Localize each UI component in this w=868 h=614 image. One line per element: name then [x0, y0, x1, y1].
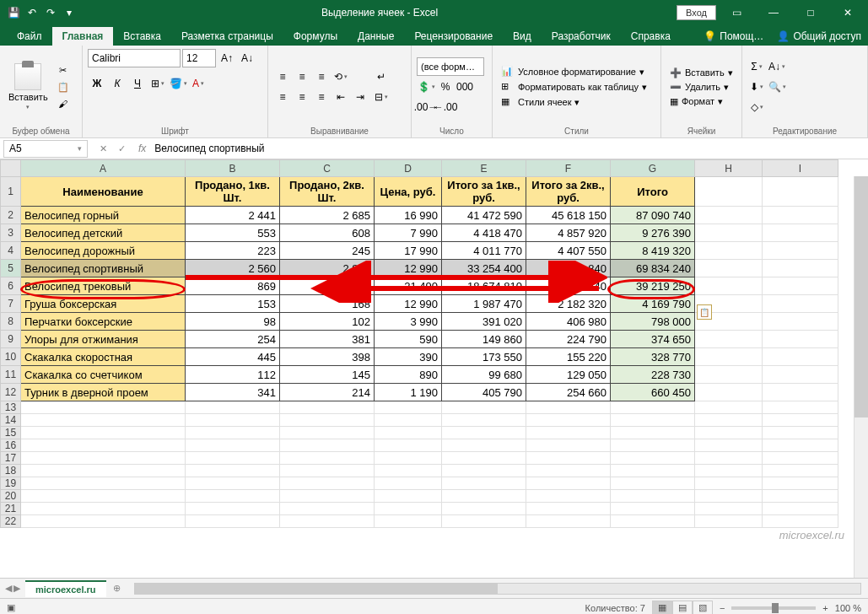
increase-font-icon[interactable]: A↑	[218, 49, 236, 67]
table-cell[interactable]: 608	[280, 224, 375, 242]
empty-cell[interactable]	[526, 427, 611, 439]
empty-cell[interactable]	[695, 414, 763, 427]
align-top-icon[interactable]: ≡	[273, 67, 292, 86]
conditional-format-button[interactable]: 📊Условное форматирование ▾	[498, 65, 650, 78]
table-cell[interactable]: 69 834 240	[611, 260, 695, 277]
select-all-corner[interactable]	[1, 160, 21, 177]
table-cell[interactable]: 18 674 810	[442, 277, 526, 295]
table-cell[interactable]: 590	[375, 331, 442, 348]
empty-cell[interactable]	[611, 439, 695, 452]
indent-decrease-icon[interactable]: ⇤	[332, 88, 350, 106]
table-cell[interactable]: 224 790	[526, 331, 611, 348]
row-header-3[interactable]: 3	[1, 224, 21, 242]
table-header[interactable]: Продано, 2кв. Шт.	[280, 177, 375, 207]
horizontal-scrollbar[interactable]	[134, 583, 861, 595]
table-cell[interactable]: 12 990	[375, 260, 442, 277]
format-painter-icon[interactable]: 🖌	[56, 97, 71, 110]
empty-cell[interactable]	[186, 477, 280, 490]
percent-icon[interactable]: %	[436, 78, 455, 96]
table-cell[interactable]: 390	[375, 348, 442, 366]
col-header-A[interactable]: A	[21, 160, 186, 177]
row-header-18[interactable]: 18	[1, 465, 21, 477]
empty-cell[interactable]	[21, 490, 186, 503]
clear-icon[interactable]: ◇	[747, 98, 766, 116]
table-cell[interactable]: 223	[186, 242, 280, 260]
table-cell[interactable]: 228 730	[611, 366, 695, 384]
find-select-icon[interactable]: 🔍	[768, 78, 786, 96]
empty-cell[interactable]	[526, 515, 611, 528]
row-header-1[interactable]: 1	[1, 177, 21, 207]
zoom-level[interactable]: 100 %	[835, 603, 861, 613]
table-cell[interactable]: 145	[280, 366, 375, 384]
underline-button[interactable]: Ч	[128, 74, 147, 93]
empty-cell[interactable]	[763, 439, 838, 452]
table-cell[interactable]: 20 544 440	[526, 277, 611, 295]
empty-cell[interactable]	[375, 490, 442, 503]
empty-cell[interactable]	[375, 452, 442, 465]
empty-cell[interactable]	[695, 401, 763, 414]
empty-cell[interactable]	[442, 465, 526, 477]
table-cell[interactable]: 2 182 320	[526, 295, 611, 313]
merge-center-icon[interactable]: ⊟	[372, 88, 391, 106]
font-size-select[interactable]	[182, 49, 216, 67]
empty-cell[interactable]	[442, 477, 526, 490]
table-cell[interactable]: 245	[280, 242, 375, 260]
orientation-icon[interactable]: ⟲	[332, 67, 350, 86]
sheet-nav-prev-icon[interactable]: ◀	[5, 583, 12, 594]
row-header-4[interactable]: 4	[1, 242, 21, 260]
vertical-scrollbar[interactable]	[854, 176, 868, 578]
align-right-icon[interactable]: ≡	[312, 88, 331, 106]
empty-cell[interactable]	[186, 439, 280, 452]
empty-cell[interactable]	[280, 477, 375, 490]
table-cell[interactable]: 391 020	[442, 313, 526, 331]
table-cell[interactable]: 173 550	[442, 348, 526, 366]
maximize-icon[interactable]: □	[794, 0, 828, 24]
paste-button[interactable]: Вставить ▾	[5, 60, 51, 114]
empty-cell[interactable]	[375, 515, 442, 528]
row-header-11[interactable]: 11	[1, 366, 21, 384]
table-cell[interactable]: 9 276 390	[611, 224, 695, 242]
sheet-nav-next-icon[interactable]: ▶	[13, 583, 20, 594]
empty-cell[interactable]	[611, 465, 695, 477]
row-header-22[interactable]: 22	[1, 515, 21, 528]
tell-me[interactable]: 💡 Помощ…	[697, 27, 770, 46]
table-cell[interactable]: 12 990	[375, 295, 442, 313]
autosum-icon[interactable]: Σ	[747, 57, 766, 76]
empty-cell[interactable]	[280, 452, 375, 465]
table-cell-name[interactable]: Скакалка со счетчиком	[21, 366, 186, 384]
row-header-6[interactable]: 6	[1, 277, 21, 295]
row-header-17[interactable]: 17	[1, 452, 21, 465]
empty-cell[interactable]	[442, 490, 526, 503]
table-cell[interactable]: 3 990	[375, 313, 442, 331]
page-layout-view-icon[interactable]: ▤	[672, 601, 693, 615]
tab-рецензирование[interactable]: Рецензирование	[404, 27, 503, 46]
empty-cell[interactable]	[21, 477, 186, 490]
empty-cell[interactable]	[442, 515, 526, 528]
empty-cell[interactable]	[186, 414, 280, 427]
share-button[interactable]: 👤 Общий доступ	[770, 27, 868, 46]
currency-icon[interactable]: 💲	[417, 78, 435, 96]
table-cell[interactable]: 254 660	[526, 384, 611, 401]
empty-cell[interactable]	[442, 401, 526, 414]
worksheet-grid[interactable]: ABCDEFGHI1НаименованиеПродано, 1кв. Шт.П…	[0, 159, 868, 578]
table-cell[interactable]: 956	[280, 277, 375, 295]
table-header[interactable]: Цена, руб.	[375, 177, 442, 207]
tab-справка[interactable]: Справка	[621, 27, 681, 46]
empty-cell[interactable]	[695, 452, 763, 465]
table-cell-name[interactable]: Перчатки боксерские	[21, 313, 186, 331]
table-cell[interactable]: 102	[280, 313, 375, 331]
sheet-tab[interactable]: microexcel.ru	[25, 580, 106, 597]
table-cell[interactable]: 1 987 470	[442, 295, 526, 313]
table-cell[interactable]: 149 860	[442, 331, 526, 348]
macro-record-icon[interactable]: ▣	[7, 602, 15, 613]
table-cell[interactable]: 8 419 320	[611, 242, 695, 260]
table-cell[interactable]: 406 980	[526, 313, 611, 331]
cancel-formula-icon[interactable]: ✕	[94, 140, 111, 157]
zoom-out-icon[interactable]: −	[720, 603, 725, 613]
name-box[interactable]: A5 ▾	[3, 140, 88, 158]
customize-qat-icon[interactable]: ▾	[62, 6, 76, 19]
row-header-5[interactable]: 5	[1, 260, 21, 277]
align-bottom-icon[interactable]: ≡	[312, 67, 331, 86]
empty-cell[interactable]	[186, 427, 280, 439]
undo-icon[interactable]: ↶	[25, 6, 39, 19]
